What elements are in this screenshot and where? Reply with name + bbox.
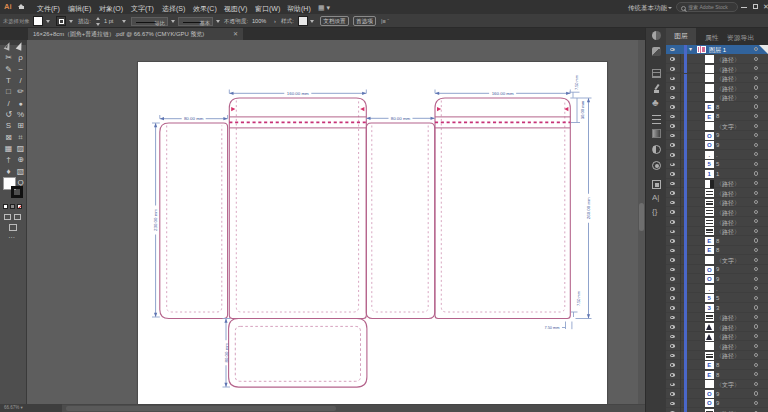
svg-text:30.00 mm: 30.00 mm (580, 100, 585, 119)
svg-text:80.00 mm: 80.00 mm (391, 115, 411, 120)
svg-text:7.50 mm: 7.50 mm (544, 325, 559, 330)
svg-text:160.00 mm: 160.00 mm (492, 90, 514, 95)
svg-text:160.00 mm: 160.00 mm (287, 90, 309, 95)
svg-text:80.00 mm: 80.00 mm (224, 342, 229, 362)
svg-text:80.00 mm: 80.00 mm (184, 116, 204, 121)
svg-text:230.00 mm: 230.00 mm (153, 208, 158, 230)
svg-text:7.50 mm: 7.50 mm (574, 74, 579, 89)
svg-text:260.00 mm: 260.00 mm (586, 196, 591, 218)
svg-text:7.50 mm: 7.50 mm (576, 290, 581, 305)
